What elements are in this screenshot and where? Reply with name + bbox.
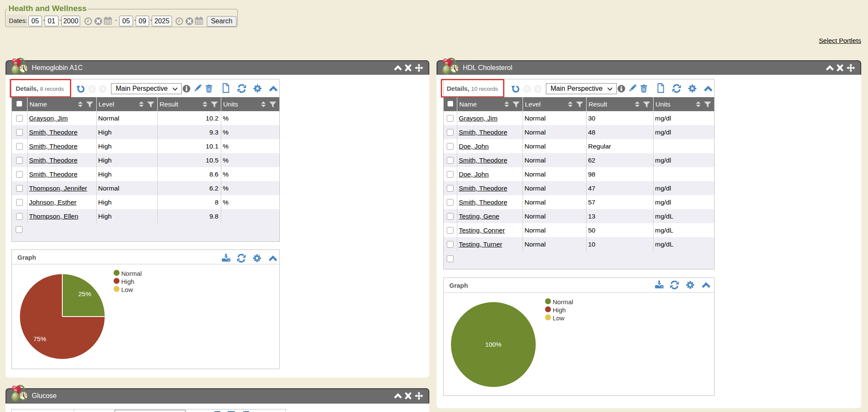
svg-text:75%: 75% <box>33 335 46 342</box>
svg-text:25%: 25% <box>78 290 91 297</box>
svg-text:100%: 100% <box>485 341 501 348</box>
